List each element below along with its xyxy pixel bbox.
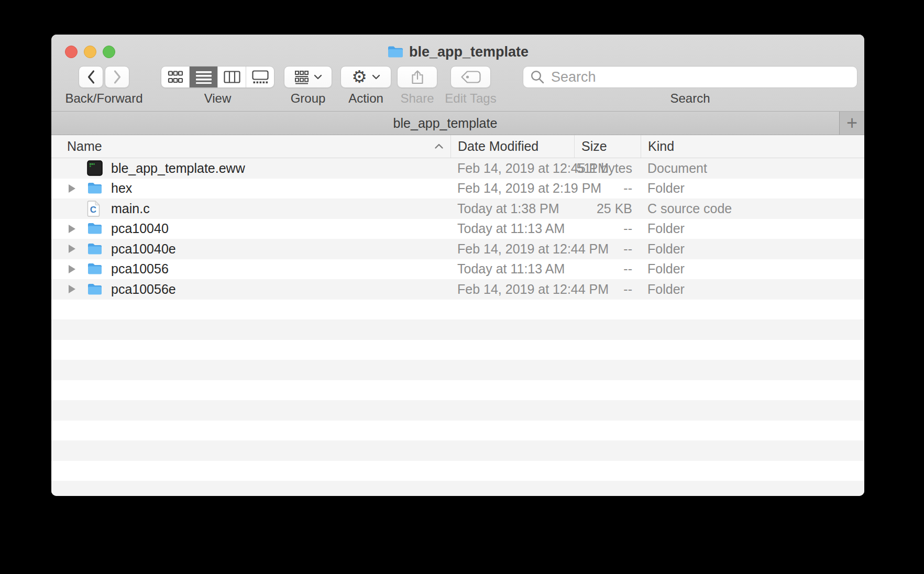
file-kind: Folder [641, 261, 864, 277]
file-name: pca10056 [107, 261, 450, 277]
search-label: Search [670, 92, 710, 105]
disclosure-triangle-icon[interactable] [69, 245, 75, 253]
gallery-view-button[interactable] [246, 67, 274, 87]
share-button[interactable] [397, 66, 437, 88]
folder-icon [387, 45, 404, 59]
folder-icon [87, 222, 103, 235]
table-row[interactable]: C pca10040 Today at 11:13 AM -- Folder [51, 219, 864, 239]
view-label: View [204, 92, 232, 105]
edit-tags-group: Edit Tags [450, 66, 491, 105]
folder-icon [87, 262, 103, 275]
file-list: C ble_app_template.eww Feb 14, 2019 at 1… [51, 158, 864, 496]
action-label: Action [348, 92, 383, 105]
folder-icon [87, 182, 103, 195]
table-row[interactable]: C ble_app_template.eww Feb 14, 2019 at 1… [51, 158, 864, 179]
window-titlebar: ble_app_template [51, 43, 864, 60]
forward-button[interactable] [105, 66, 129, 88]
file-name: pca10056e [107, 282, 450, 297]
empty-rows-stripes [51, 300, 864, 496]
folder-icon [87, 283, 103, 296]
file-name: pca10040e [107, 241, 450, 257]
column-header-name[interactable]: Name [51, 135, 450, 158]
file-date-modified: Today at 11:13 AM [450, 221, 574, 236]
chevron-right-icon [113, 70, 122, 84]
chevron-down-icon [372, 74, 380, 80]
column-view-button[interactable] [217, 67, 246, 87]
file-date-modified: Feb 14, 2019 at 12:44 PM [450, 282, 574, 297]
group-label: Group [291, 92, 326, 105]
search-group: Search [523, 66, 857, 105]
tag-icon [460, 70, 482, 84]
finder-window: ble_app_template Back/Forward [51, 35, 864, 496]
search-icon [530, 70, 545, 84]
file-date-modified: Feb 14, 2019 at 12:44 PM [450, 241, 574, 257]
folder-icon [87, 242, 103, 256]
plus-icon: + [846, 114, 857, 133]
group-button[interactable] [284, 66, 332, 88]
file-kind: Folder [641, 282, 864, 297]
table-row[interactable]: C pca10056e Feb 14, 2019 at 12:44 PM -- … [51, 279, 864, 300]
file-date-modified: Feb 14, 2019 at 12:45 PM [450, 161, 574, 176]
edit-tags-label: Edit Tags [445, 92, 496, 105]
new-tab-button[interactable]: + [839, 112, 864, 135]
search-field[interactable] [523, 66, 857, 88]
file-kind: Folder [641, 241, 864, 257]
c-file-icon: C [87, 201, 100, 217]
file-size: 511 bytes [574, 161, 641, 176]
tab-bar: ble_app_template + [51, 111, 864, 135]
file-kind: Folder [641, 221, 864, 236]
chevron-left-icon [86, 70, 96, 84]
edit-tags-button[interactable] [450, 66, 491, 88]
action-group: ⚙ Action [340, 66, 391, 105]
gallery-view-icon [252, 70, 269, 84]
share-label: Share [400, 92, 434, 105]
table-row[interactable]: C pca10056 Today at 11:13 AM -- Folder [51, 259, 864, 280]
group-group: Group [284, 66, 332, 105]
file-size: -- [574, 221, 641, 236]
share-group: Share [397, 66, 437, 105]
column-header-size[interactable]: Size [574, 135, 641, 158]
gear-icon: ⚙ [351, 68, 367, 85]
column-view-icon [224, 71, 240, 83]
sort-ascending-icon [434, 143, 444, 149]
back-forward-label: Back/Forward [65, 92, 142, 105]
file-kind: Folder [641, 181, 864, 196]
file-date-modified: Today at 1:38 PM [450, 201, 574, 216]
column-header-date-modified[interactable]: Date Modified [450, 135, 574, 158]
toolbar: ble_app_template Back/Forward [51, 35, 864, 111]
back-button[interactable] [79, 66, 103, 88]
column-header-kind[interactable]: Kind [641, 135, 864, 158]
icon-view-icon [168, 70, 183, 84]
list-view-button[interactable] [189, 67, 217, 87]
file-size: -- [574, 181, 641, 196]
file-kind: C source code [641, 201, 864, 216]
file-size: -- [574, 261, 641, 277]
disclosure-triangle-icon[interactable] [69, 225, 75, 233]
file-name: ble_app_template.eww [107, 161, 450, 176]
file-size: 25 KB [574, 201, 641, 216]
disclosure-triangle-icon[interactable] [69, 184, 75, 193]
file-date-modified: Feb 14, 2019 at 2:19 PM [450, 181, 574, 196]
chevron-down-icon [314, 74, 322, 80]
share-icon [411, 69, 424, 85]
file-kind: Document [641, 161, 864, 176]
icon-view-button[interactable] [161, 67, 189, 87]
file-date-modified: Today at 11:13 AM [450, 261, 574, 277]
tab-ble-app-template[interactable]: ble_app_template [51, 112, 839, 135]
view-group: View [161, 66, 274, 105]
table-row[interactable]: C main.c Today at 1:38 PM 25 KB C source… [51, 198, 864, 219]
table-row[interactable]: C pca10040e Feb 14, 2019 at 12:44 PM -- … [51, 239, 864, 259]
table-row[interactable]: C hex Feb 14, 2019 at 2:19 PM -- Folder [51, 179, 864, 199]
svg-text:C: C [90, 205, 96, 215]
search-input[interactable] [550, 69, 850, 86]
file-name: main.c [107, 201, 450, 216]
file-name: hex [107, 181, 450, 196]
list-header: Name Date Modified Size Kind [51, 135, 864, 158]
back-forward-group: Back/Forward [79, 66, 129, 105]
action-button[interactable]: ⚙ [340, 66, 391, 88]
disclosure-triangle-icon[interactable] [69, 285, 75, 293]
disclosure-triangle-icon[interactable] [69, 265, 75, 273]
view-segmented-control [161, 66, 274, 88]
window-title: ble_app_template [409, 44, 529, 60]
group-by-icon [294, 70, 309, 84]
